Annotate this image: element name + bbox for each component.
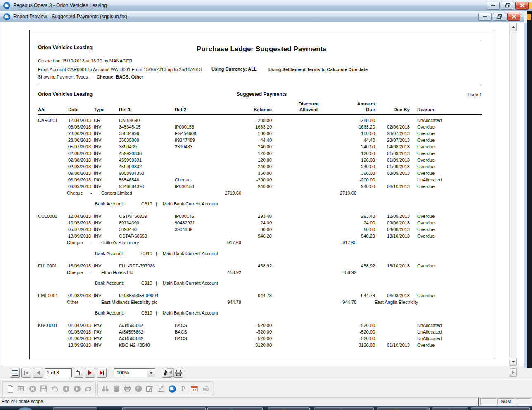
zoom-dropdown-button[interactable] <box>147 369 155 377</box>
main-window-title: Pegasus Opera 3 - Orion Vehicles Leasing <box>13 2 107 8</box>
taskbar-button[interactable] <box>122 407 206 410</box>
refresh-button[interactable] <box>83 384 93 393</box>
goto-page-icon <box>76 370 81 376</box>
edit-button[interactable] <box>145 384 154 393</box>
transaction-date: 06/09/2013 <box>68 177 91 182</box>
start-button[interactable] <box>16 407 35 410</box>
page-layout-button[interactable] <box>10 368 20 378</box>
balance-total: 458.92 <box>193 270 241 275</box>
account-section: KBC000101/04/2013PAYA/34595862BACS-520.0… <box>30 323 494 349</box>
pegasus-home-button[interactable] <box>167 384 177 393</box>
taskbar <box>0 406 532 410</box>
transaction-type: INV <box>94 144 101 149</box>
restore-button[interactable] <box>501 2 514 10</box>
reason-value: Overdue <box>417 138 435 143</box>
goto-page-button[interactable] <box>74 368 83 378</box>
amount-due-value: 44.40 <box>327 138 375 143</box>
report-sections: CAR000112/04/2013CR.CN-54690-288.00-288.… <box>30 118 494 355</box>
taskbar-button[interactable] <box>268 407 310 410</box>
hscroll-right-button[interactable] <box>510 368 517 377</box>
arrow-down-icon <box>512 361 515 363</box>
back-button[interactable] <box>61 384 71 393</box>
next-page-button[interactable] <box>85 368 95 378</box>
taskbar-button[interactable] <box>53 407 97 410</box>
minimize-button[interactable] <box>487 2 500 10</box>
vertical-scrollbar[interactable] <box>509 23 517 366</box>
account-code: CAR0001 <box>38 118 58 123</box>
transaction-row: 06/09/2013PAY56546546Cheque-200.00-200.0… <box>30 177 494 184</box>
undo-button[interactable] <box>50 384 59 393</box>
pegasus-app-icon <box>3 2 10 9</box>
notes-button[interactable] <box>201 384 210 393</box>
forward-button[interactable] <box>72 384 82 393</box>
balance-value: 944.78 <box>224 293 272 298</box>
zoom-dropdown[interactable]: 100% <box>114 368 155 377</box>
reference-1: 89734390 <box>119 220 139 225</box>
report-settlement-line: Using Settlement Terms to Calculate Due … <box>268 67 368 72</box>
toolbar-print-button[interactable] <box>123 384 132 393</box>
print-button[interactable] <box>173 368 183 378</box>
transaction-type: CR. <box>94 118 102 123</box>
reason-value: Overdue <box>417 263 435 268</box>
child-minimize-button[interactable] <box>478 13 492 21</box>
cancel-button[interactable] <box>28 384 37 393</box>
child-close-icon <box>512 14 516 19</box>
search-binoculars-icon <box>102 386 109 392</box>
child-restore-button[interactable] <box>493 13 506 21</box>
first-page-button[interactable] <box>21 368 31 378</box>
last-page-button[interactable] <box>97 368 107 378</box>
open-table-button[interactable] <box>17 384 26 393</box>
amount-due-value: 120.00 <box>327 151 375 156</box>
export-button[interactable] <box>156 384 166 393</box>
reason-value: Overdue <box>417 227 435 232</box>
reference-1: 459990330 <box>119 151 142 156</box>
notes-stack-icon <box>202 386 209 392</box>
amount-due-value: 3120.00 <box>327 343 375 348</box>
globe-button[interactable] <box>134 384 143 393</box>
transaction-date: 02/08/2013 <box>68 151 91 156</box>
due-by-date: 01/10/2013 <box>381 343 410 348</box>
amount-due-value: 360.00 <box>327 171 375 176</box>
child-close-button[interactable] <box>507 13 520 21</box>
transaction-type: INV <box>94 131 101 136</box>
calendar-button[interactable]: 12 <box>190 384 199 393</box>
scroll-down-button[interactable] <box>510 358 517 366</box>
scroll-up-button[interactable] <box>510 23 517 31</box>
help-button[interactable]: P <box>178 384 188 393</box>
balance-value: 240.00 <box>224 184 272 189</box>
restore-icon <box>505 3 510 8</box>
transaction-date: 10/05/2013 <box>68 220 91 225</box>
col-header-amount-2: Due <box>327 107 375 112</box>
transaction-date: 12/04/2013 <box>68 118 91 123</box>
report-preview-titlebar: Report Preview - Suggested Payments (sqp… <box>0 11 524 22</box>
reference-1: EHL-REF-797986 <box>119 263 155 268</box>
page-indicator-field[interactable] <box>45 368 72 377</box>
taskbar-button[interactable] <box>432 407 468 410</box>
summary-dash: - <box>90 300 92 305</box>
previous-page-button[interactable] <box>33 368 43 378</box>
due-by-date: 13/10/2013 <box>381 234 410 238</box>
taskbar-button[interactable] <box>471 407 530 410</box>
view-button[interactable] <box>100 384 110 393</box>
taskbar-button[interactable] <box>377 407 430 410</box>
balance-value: 44.40 <box>224 138 272 143</box>
reference-2: Cheque <box>175 177 191 182</box>
last-page-arrow-icon <box>100 370 103 375</box>
due-by-date: 08/09/2013 <box>381 171 410 176</box>
balance-value: 293.40 <box>224 214 272 219</box>
bank-account-label: Bank Account: <box>95 310 124 315</box>
taskbar-button[interactable] <box>314 407 374 410</box>
reference-1: CSTAT-68663 <box>119 234 147 238</box>
close-button[interactable] <box>515 2 529 10</box>
pegasus-report-icon <box>3 13 10 20</box>
hscroll-left-button[interactable] <box>167 368 174 377</box>
save-button[interactable] <box>39 384 48 393</box>
database-button[interactable] <box>112 384 121 393</box>
chevron-down-icon <box>150 372 153 374</box>
reference-1: 35834999 <box>119 131 139 136</box>
col-header-reason: Reason <box>417 107 435 112</box>
new-document-button[interactable] <box>5 384 15 393</box>
reference-2: FG454908 <box>175 131 196 136</box>
taskbar-button[interactable] <box>207 407 263 410</box>
account-section: EME000101/03/2013INV9408549058-00004944.… <box>30 293 494 317</box>
